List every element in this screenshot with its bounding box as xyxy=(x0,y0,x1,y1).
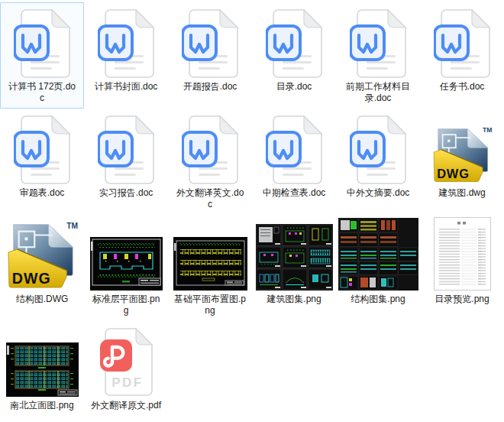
file-item[interactable]: 前期工作材料目录.doc xyxy=(336,2,420,109)
cad-arch-drawing-set-thumbnail xyxy=(253,216,335,291)
file-item[interactable]: 建筑图集.png xyxy=(252,215,336,321)
file-item[interactable]: 任务书.doc xyxy=(420,2,504,109)
file-name: 计算书封面.doc xyxy=(95,81,158,93)
file-name: 中外文摘要.doc xyxy=(347,187,410,199)
file-name: 实习报告.doc xyxy=(99,187,153,199)
file-item[interactable]: 外文翻译原文.pdf xyxy=(84,321,168,422)
word-doc-icon xyxy=(169,109,251,184)
file-item[interactable]: 计算书封面.doc xyxy=(84,2,168,109)
file-item[interactable]: 外文翻译英文.doc xyxy=(168,109,252,215)
word-doc-icon xyxy=(169,3,251,78)
file-name: 前期工作材料目录.doc xyxy=(342,81,414,104)
word-doc-icon xyxy=(1,3,83,78)
file-name: 目录.doc xyxy=(276,81,312,93)
file-item[interactable]: 标准层平面图.png xyxy=(84,215,168,321)
word-doc-icon xyxy=(337,109,419,184)
dwg-file-icon xyxy=(1,216,83,291)
file-item[interactable]: 建筑图.dwg xyxy=(420,109,504,215)
file-name: 结构图集.png xyxy=(351,294,405,305)
file-name: 开题报告.doc xyxy=(183,81,237,93)
word-doc-icon xyxy=(253,109,335,184)
file-name: 中期检查表.doc xyxy=(263,187,326,199)
file-item[interactable]: 实习报告.doc xyxy=(84,109,168,215)
dwg-file-icon xyxy=(421,109,503,184)
file-item[interactable]: 结构图.DWG xyxy=(0,215,84,321)
file-item[interactable]: 审题表.doc xyxy=(0,109,84,215)
word-doc-icon xyxy=(85,109,167,184)
toc-preview-thumbnail xyxy=(421,216,503,291)
file-name: 建筑图集.png xyxy=(267,294,321,305)
file-name: 审题表.doc xyxy=(20,187,65,199)
file-name: 目录预览.png xyxy=(435,294,489,305)
word-doc-icon xyxy=(421,3,503,78)
file-item[interactable]: 中外文摘要.doc xyxy=(336,109,420,215)
word-doc-icon xyxy=(1,109,83,184)
file-name: 建筑图.dwg xyxy=(438,187,485,199)
file-item[interactable]: 基础平面布置图.png xyxy=(168,215,252,321)
cad-foundation-plan-thumbnail xyxy=(169,216,251,291)
file-item[interactable]: 计算书 172页.doc xyxy=(0,2,84,109)
file-item[interactable]: 目录.doc xyxy=(252,2,336,109)
word-doc-icon xyxy=(85,3,167,78)
file-item[interactable]: 中期检查表.doc xyxy=(252,109,336,215)
word-doc-icon xyxy=(337,3,419,78)
file-name: 南北立面图.png xyxy=(10,400,73,411)
file-name: 标准层平面图.png xyxy=(90,294,162,316)
cad-elevation-thumbnail xyxy=(1,322,83,397)
file-item[interactable]: 开题报告.doc xyxy=(168,2,252,109)
word-doc-icon xyxy=(253,3,335,78)
file-grid: 计算书 172页.doc 计算书封面.doc 开题报告.doc 目录.doc 前… xyxy=(0,0,504,422)
file-item[interactable]: 目录预览.png xyxy=(420,215,504,321)
cad-floorplan-thumbnail xyxy=(85,216,167,291)
file-item[interactable]: 结构图集.png xyxy=(336,215,420,321)
pdf-file-icon xyxy=(85,322,167,397)
file-name: 计算书 172页.doc xyxy=(6,81,78,104)
file-name: 外文翻译英文.doc xyxy=(174,187,246,210)
cad-structure-set-thumbnail xyxy=(337,216,419,291)
file-item[interactable]: 南北立面图.png xyxy=(0,321,84,422)
file-name: 基础平面布置图.png xyxy=(174,294,246,316)
file-name: 任务书.doc xyxy=(440,81,485,93)
file-name: 外文翻译原文.pdf xyxy=(91,400,161,411)
file-name: 结构图.DWG xyxy=(16,294,69,305)
